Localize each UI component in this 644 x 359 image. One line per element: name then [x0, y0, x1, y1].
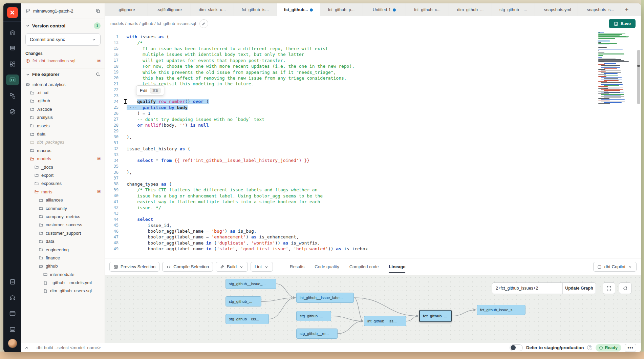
tree-item[interactable]: .vscode: [25, 105, 101, 113]
code-line[interactable]: 35: [105, 164, 641, 169]
code-line[interactable]: 41 easiest way to flatten multiple label…: [105, 199, 641, 205]
editor-tab[interactable]: fct_github_c...: [406, 3, 449, 16]
editor-tab[interactable]: dim_github_...: [449, 3, 492, 16]
editor-tab[interactable]: _snapshots_s...: [578, 3, 621, 16]
lineage-node[interactable]: stg_github__re...: [296, 329, 338, 339]
code-line[interactable]: 47 boolor_agg(label_name = 'enhancement'…: [105, 234, 641, 240]
tree-item[interactable]: macros: [25, 146, 101, 154]
tree-item[interactable]: engineering: [25, 246, 101, 254]
code-line[interactable]: 33: [105, 152, 641, 157]
lineage-node[interactable]: stg_github_...: [226, 296, 261, 307]
rail-browser-button[interactable]: [6, 308, 19, 319]
code-line[interactable]: 20 this has the effect of removing the n…: [105, 75, 641, 81]
editor-tab[interactable]: fct_github...: [277, 3, 320, 16]
code-line[interactable]: 21 Let's revisit this modeling in the fu…: [105, 81, 641, 87]
fullscreen-button[interactable]: [603, 282, 615, 294]
rail-apps-button[interactable]: [6, 324, 19, 335]
rail-clipboard-button[interactable]: [6, 276, 19, 287]
preview-selection-button[interactable]: Preview Selection: [109, 262, 159, 272]
code-editor[interactable]: 1with issues as (13 /*15 If an issue has…: [105, 31, 641, 258]
tree-item[interactable]: customer_success: [25, 221, 101, 229]
more-options-button[interactable]: •••: [625, 344, 636, 352]
panel-tab-results[interactable]: Results: [290, 258, 304, 275]
new-tab-button[interactable]: +: [621, 3, 632, 16]
tree-item[interactable]: dim_github_users.sql: [25, 287, 101, 295]
editor-tab[interactable]: fct_github_p...: [320, 3, 363, 16]
chevron-down-icon[interactable]: [25, 23, 30, 28]
tree-item[interactable]: analysis: [25, 113, 101, 122]
code-line[interactable]: 30),: [105, 134, 641, 140]
lineage-node[interactable]: int_github__issue_labe...: [296, 293, 354, 303]
code-line[interactable]: 18 For now, choose the one with more rec…: [105, 63, 641, 69]
dbt-command-input[interactable]: [37, 345, 506, 350]
tree-item[interactable]: data: [25, 237, 101, 245]
dbt-logo-icon[interactable]: ✕: [7, 7, 18, 18]
tree-item[interactable]: modelsM: [25, 155, 101, 163]
tree-item[interactable]: export: [25, 171, 101, 179]
code-line[interactable]: 24 qualify row_number() over (: [105, 99, 641, 104]
lineage-node[interactable]: stg_github__iss...: [226, 314, 269, 324]
code-line[interactable]: 37: [105, 175, 641, 181]
code-line[interactable]: 29: [105, 128, 641, 134]
tree-item[interactable]: assets: [25, 122, 101, 130]
build-button[interactable]: Build: [216, 262, 248, 272]
lineage-node[interactable]: stg_github_...: [296, 311, 331, 321]
compile-selection-button[interactable]: Compile Selection: [162, 262, 213, 272]
rail-workflow-button[interactable]: [6, 90, 19, 101]
rail-home-button[interactable]: [6, 27, 19, 38]
tree-item[interactable]: _docs: [25, 163, 101, 171]
edit-file-button[interactable]: [199, 19, 208, 28]
code-line[interactable]: 42 issue. */: [105, 205, 641, 210]
lineage-selector-input[interactable]: [492, 283, 562, 294]
code-line[interactable]: 26 ) = 1: [105, 110, 641, 116]
tree-item[interactable]: _github__models.yml: [25, 278, 101, 287]
code-line[interactable]: 46 boolor_agg(label_name = 'bug') as is_…: [105, 228, 641, 234]
code-line[interactable]: 17 will get updates for events that happ…: [105, 58, 641, 63]
editor-tab[interactable]: stg_github__...: [492, 3, 535, 16]
tree-item[interactable]: customer_support: [25, 229, 101, 237]
copy-icon[interactable]: [95, 8, 101, 14]
panel-tab-lineage[interactable]: Lineage: [389, 258, 405, 275]
lineage-node[interactable]: int_github__iss...: [364, 316, 406, 326]
code-line[interactable]: 49 boolor_agg(label_name in ('stale', 'g…: [105, 246, 641, 252]
editor-tab[interactable]: fct_github_is...: [234, 3, 277, 16]
tree-item[interactable]: dbt_packages: [25, 138, 101, 146]
code-line[interactable]: 45 issue_id,: [105, 223, 641, 228]
lineage-node[interactable]: fct_github_issue_s...: [477, 305, 525, 315]
code-line[interactable]: 28 or nullif(body, '') is null: [105, 122, 641, 128]
rail-headset-button[interactable]: [6, 292, 19, 303]
avatar[interactable]: [8, 339, 17, 348]
code-line[interactable]: 36),: [105, 169, 641, 175]
tree-item[interactable]: github: [25, 262, 101, 270]
code-line[interactable]: 15 If an issue has been transferred to a…: [105, 46, 641, 51]
lineage-node[interactable]: fct_github_...: [419, 310, 452, 322]
code-line[interactable]: 44 select: [105, 216, 641, 222]
code-line[interactable]: 25···· partition by body: [105, 105, 641, 110]
tree-item[interactable]: intermediate: [25, 270, 101, 278]
tree-item[interactable]: internal-analytics: [25, 80, 101, 88]
rail-code-editor-button[interactable]: [6, 75, 19, 85]
commit-and-sync-dropdown[interactable]: Commit and sync: [25, 33, 101, 46]
scrollbar-thumb[interactable]: [637, 50, 640, 104]
code-line[interactable]: 13 /*: [105, 40, 641, 45]
refresh-button[interactable]: [619, 282, 631, 294]
code-line[interactable]: 23: [105, 93, 641, 99]
search-icon[interactable]: [95, 72, 101, 77]
code-line[interactable]: 27 -- don't try deduping issues with no …: [105, 116, 641, 122]
tree-item[interactable]: exposures: [25, 180, 101, 188]
editor-tab[interactable]: dim_slack_u...: [191, 3, 234, 16]
editor-tab[interactable]: .sqlfluffignore: [148, 3, 191, 16]
tree-item[interactable]: finance: [25, 254, 101, 262]
dbt-copilot-button[interactable]: dbt Copilot: [593, 262, 637, 272]
tooltip-edit-label[interactable]: Edit: [140, 88, 147, 93]
rail-layers-button[interactable]: [6, 43, 19, 54]
code-line[interactable]: 19 While this prevents the old issue fro…: [105, 69, 641, 75]
code-line[interactable]: 40 issue has a bug or enhancement label.…: [105, 193, 641, 199]
code-line[interactable]: 38change_types as (: [105, 181, 641, 187]
panel-tab-compiled-code[interactable]: Compiled code: [349, 258, 379, 275]
tree-item[interactable]: data: [25, 130, 101, 138]
tree-item[interactable]: martsM: [25, 188, 101, 196]
code-line[interactable]: 1with issues as (: [105, 34, 641, 40]
code-line[interactable]: 34 select * from {{ ref('int_github__iss…: [105, 157, 641, 163]
editor-tab[interactable]: _snapshots.yml: [535, 3, 578, 16]
